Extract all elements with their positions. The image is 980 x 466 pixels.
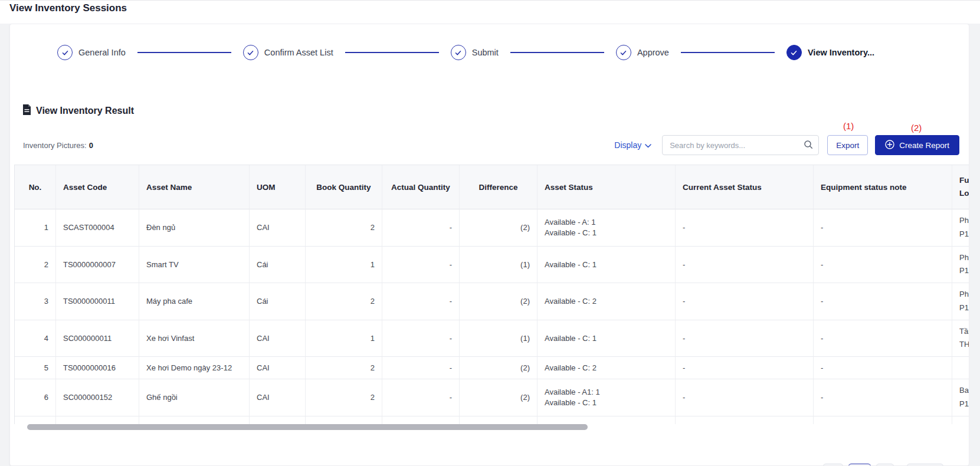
cell-line: Phò bbox=[959, 251, 969, 265]
cell-current_asset_status: - bbox=[676, 320, 814, 357]
cell-uom: CAI bbox=[250, 379, 306, 416]
cell-actual_quantity: - bbox=[382, 416, 460, 425]
column-header-uom[interactable]: UOM bbox=[250, 165, 306, 209]
column-header-asset_status[interactable]: Asset Status bbox=[537, 165, 676, 209]
cell-full_location: Flo bbox=[952, 416, 969, 425]
cell-line: Available - C: 1 bbox=[545, 260, 668, 269]
stepper-connector bbox=[681, 52, 775, 53]
chevron-down-icon bbox=[645, 140, 651, 150]
check-icon bbox=[57, 45, 73, 60]
cell-asset_status: Available - C: 1 bbox=[537, 320, 676, 357]
display-dropdown[interactable]: Display bbox=[614, 140, 651, 150]
table-toolbar: Display Export Create Report bbox=[614, 135, 959, 155]
cell-uom: CAI bbox=[250, 209, 306, 247]
cell-no: 4 bbox=[15, 320, 56, 357]
cell-asset_code: SCAST000004 bbox=[56, 209, 139, 247]
table-row: 2TS0000000007Smart TVCái1-(1)Available -… bbox=[15, 247, 969, 284]
cell-actual_quantity: - bbox=[382, 320, 460, 357]
cell-uom: BIN bbox=[250, 416, 306, 425]
inventory-pictures-count: Inventory Pictures:0 bbox=[23, 141, 93, 150]
table-row: 6SC000000152Ghế ngồiCAI2-(2)Available - … bbox=[15, 379, 969, 416]
column-header-asset_code[interactable]: Asset Code bbox=[56, 165, 139, 209]
vertical-scrollbar[interactable] bbox=[969, 24, 980, 466]
column-header-no[interactable]: No. bbox=[15, 165, 56, 209]
annotation-2: (2) bbox=[911, 123, 922, 133]
cell-line: Flo bbox=[959, 421, 969, 425]
column-header-equipment_status_note[interactable]: Equipment status note bbox=[814, 165, 952, 209]
cell-asset_name: Đèn ngủ bbox=[139, 209, 250, 247]
section-header: View Inventory Result bbox=[22, 104, 134, 117]
cell-line: Phò bbox=[959, 214, 969, 228]
cell-asset_code: SC000000011 bbox=[56, 320, 139, 357]
pagination-page-size-select[interactable] bbox=[906, 464, 944, 466]
inventory-result-table-wrap: No.Asset CodeAsset NameUOMBook QuantityA… bbox=[14, 165, 969, 424]
pagination-page-button[interactable] bbox=[848, 464, 871, 466]
cell-difference: (1) bbox=[460, 247, 537, 284]
stepper-step-1[interactable]: Confirm Asset List bbox=[243, 45, 333, 60]
stepper-step-3[interactable]: Approve bbox=[616, 45, 669, 60]
table-row: 5TS0000000016Xe hơi Demo ngày 23-12CAI2-… bbox=[15, 357, 969, 379]
column-header-full_location[interactable]: Full Location bbox=[952, 165, 969, 209]
pagination-prev-button[interactable] bbox=[822, 464, 844, 466]
cell-line: P10 bbox=[959, 301, 969, 315]
stepper-step-label: Approve bbox=[637, 48, 669, 57]
cell-line: Available - A: 1 bbox=[545, 218, 668, 227]
cell-asset_name: Xe hơi Demo ngày 23-12 bbox=[139, 357, 250, 379]
cell-book_quantity: 1 bbox=[306, 320, 382, 357]
create-report-button[interactable]: Create Report bbox=[875, 135, 959, 155]
cell-asset_name: Ghế ngồi bbox=[139, 379, 250, 416]
cell-equipment_status_note: - bbox=[814, 247, 952, 284]
table-header-row: No.Asset CodeAsset NameUOMBook QuantityA… bbox=[15, 165, 969, 209]
cell-actual_quantity: - bbox=[382, 283, 460, 320]
cell-asset_code: TS0000000011 bbox=[56, 283, 139, 320]
cell-asset_code: TS0000000016 bbox=[56, 357, 139, 379]
horizontal-scrollbar[interactable] bbox=[27, 424, 588, 430]
column-header-actual_quantity[interactable]: Actual Quantity bbox=[382, 165, 460, 209]
cell-equipment_status_note: - bbox=[814, 416, 952, 425]
stepper-step-label: View Inventory... bbox=[808, 48, 874, 57]
check-icon bbox=[451, 45, 466, 60]
cell-line: Available - C: 2 bbox=[545, 363, 668, 372]
cell-current_asset_status: - bbox=[676, 416, 814, 425]
stepper-step-0[interactable]: General Info bbox=[57, 45, 126, 60]
stepper-connector bbox=[510, 52, 604, 53]
cell-difference: (1) bbox=[460, 320, 537, 357]
plus-circle-icon bbox=[885, 140, 894, 151]
cell-uom: Cái bbox=[250, 283, 306, 320]
stepper-step-2[interactable]: Submit bbox=[451, 45, 499, 60]
cell-equipment_status_note: - bbox=[814, 283, 952, 320]
stepper-step-4[interactable]: View Inventory... bbox=[786, 45, 874, 60]
cell-no: 1 bbox=[15, 209, 56, 247]
cell-current_asset_status: - bbox=[676, 209, 814, 247]
table-row: 3TS0000000011Máy pha cafeCái2-(2)Availab… bbox=[15, 283, 969, 320]
cell-difference: (2) bbox=[460, 379, 537, 416]
cell-line: Phò bbox=[959, 288, 969, 301]
column-header-label: Full Location bbox=[959, 174, 969, 199]
cell-actual_quantity: - bbox=[382, 247, 460, 284]
table-row: 7TS0000000000006ghế sofaBIN1-(1)Availabl… bbox=[15, 416, 969, 425]
section-title: View Inventory Result bbox=[36, 106, 134, 116]
column-header-difference[interactable]: Difference bbox=[460, 165, 537, 209]
cell-equipment_status_note: - bbox=[814, 357, 952, 379]
cell-asset_status: Available - A: 1Available - C: 1 bbox=[537, 209, 676, 247]
stepper-step-label: Confirm Asset List bbox=[264, 48, 333, 57]
stepper-step-label: Submit bbox=[472, 48, 499, 57]
cell-book_quantity: 2 bbox=[306, 379, 382, 416]
cell-line: P10 bbox=[959, 398, 969, 411]
column-header-current_asset_status[interactable]: Current Asset Status bbox=[676, 165, 814, 209]
cell-current_asset_status: - bbox=[676, 247, 814, 284]
pagination-next-button[interactable] bbox=[876, 464, 894, 466]
cell-asset_name: Máy pha cafe bbox=[139, 283, 250, 320]
create-report-label: Create Report bbox=[899, 141, 949, 150]
cell-no: 3 bbox=[15, 283, 56, 320]
search-icon[interactable] bbox=[804, 140, 813, 152]
column-header-asset_name[interactable]: Asset Name bbox=[139, 165, 250, 209]
export-button[interactable]: Export bbox=[827, 135, 868, 155]
column-header-book_quantity[interactable]: Book Quantity bbox=[306, 165, 382, 209]
annotation-1: (1) bbox=[843, 121, 854, 131]
top-bar: View Inventory Sessions bbox=[0, 0, 980, 24]
search-input[interactable] bbox=[662, 135, 819, 155]
cell-no: 5 bbox=[15, 357, 56, 379]
cell-line: P10 bbox=[959, 228, 969, 241]
cell-asset_name: ghế sofa bbox=[139, 416, 250, 425]
